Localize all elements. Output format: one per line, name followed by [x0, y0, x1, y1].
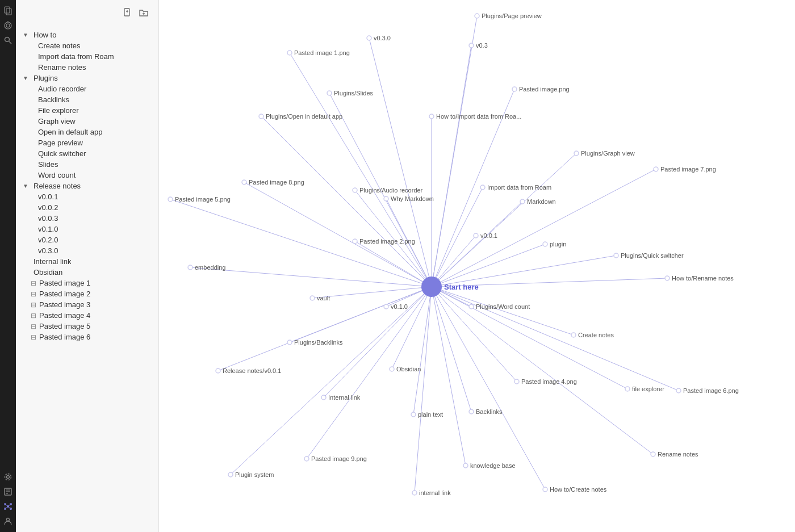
svg-point-91: [287, 340, 292, 345]
tree-item-create-notes[interactable]: Create notes: [18, 40, 156, 51]
svg-point-71: [543, 242, 547, 246]
tree-item-internal-link[interactable]: Internal link: [18, 256, 156, 267]
new-file-button[interactable]: [122, 7, 133, 18]
svg-point-2: [6, 24, 10, 27]
svg-line-52: [190, 267, 432, 287]
tree-item-pasted-image-4[interactable]: ⊟Pasted image 4: [18, 310, 156, 321]
svg-point-75: [625, 387, 630, 391]
tree-item-import-data[interactable]: Import data from Roam: [18, 51, 156, 62]
tree-item-plugins[interactable]: ▼Plugins: [18, 73, 156, 83]
svg-point-80: [390, 367, 394, 371]
svg-point-100: [469, 43, 474, 48]
svg-point-99: [367, 36, 371, 40]
svg-point-95: [168, 197, 173, 202]
network-icon[interactable]: [2, 500, 14, 513]
tree-toggle: ▼: [23, 75, 28, 81]
files-icon[interactable]: [2, 5, 14, 17]
tree-toggle: ▼: [23, 183, 28, 189]
vault-name: [16, 23, 158, 30]
svg-point-70: [520, 199, 525, 204]
settings-icon[interactable]: [2, 471, 14, 483]
svg-line-38: [324, 287, 432, 397]
tree-item-pasted-image-1[interactable]: ⊟Pasted image 1: [18, 278, 156, 288]
graph-icon[interactable]: [2, 19, 14, 32]
svg-line-44: [432, 287, 471, 412]
tree-item-graph-view[interactable]: Graph view: [18, 116, 156, 127]
tree-item-open-default-app[interactable]: Open in default app: [18, 127, 156, 137]
svg-point-96: [353, 188, 357, 192]
tree-item-pasted-image-2[interactable]: ⊟Pasted image 2: [18, 288, 156, 299]
svg-point-72: [571, 333, 576, 337]
tree-item-file-explorer[interactable]: File explorer: [18, 105, 156, 116]
tree-item-backlinks[interactable]: Backlinks: [18, 94, 156, 105]
image-icon: ⊟: [31, 301, 36, 309]
svg-point-22: [7, 518, 10, 521]
svg-line-63: [432, 169, 656, 287]
svg-point-3: [5, 22, 11, 29]
svg-point-101: [475, 14, 479, 18]
svg-line-58: [369, 38, 432, 287]
svg-line-65: [432, 287, 653, 454]
svg-point-76: [469, 304, 474, 309]
tree-item-word-count[interactable]: Word count: [18, 170, 156, 181]
svg-point-105: [676, 388, 681, 393]
tree-item-v010[interactable]: v0.1.0: [18, 224, 156, 234]
tree-item-v003[interactable]: v0.0.3: [18, 213, 156, 224]
svg-line-6: [9, 41, 11, 44]
svg-line-49: [231, 287, 432, 475]
tree-item-audio-recorder[interactable]: Audio recorder: [18, 83, 156, 94]
tree-item-pasted-image-6[interactable]: ⊟Pasted image 6: [18, 332, 156, 342]
svg-point-82: [310, 296, 315, 300]
image-icon: ⊟: [31, 279, 36, 287]
tree-item-slides[interactable]: Slides: [18, 159, 156, 170]
image-icon: ⊟: [31, 312, 36, 320]
person-icon[interactable]: [2, 515, 14, 527]
tree-toggle: ▼: [23, 32, 28, 38]
svg-line-33: [432, 278, 667, 287]
svg-point-5: [5, 37, 10, 42]
graph-view[interactable]: Import data from RoamMarkdownpluginCreat…: [159, 0, 795, 532]
svg-point-87: [463, 463, 468, 468]
svg-point-88: [412, 491, 417, 495]
svg-point-92: [216, 368, 220, 373]
svg-line-31: [432, 287, 574, 335]
sidebar-header: [16, 0, 158, 23]
svg-line-19: [8, 504, 11, 506]
svg-point-7: [7, 476, 10, 479]
svg-point-81: [411, 412, 416, 417]
svg-line-53: [244, 182, 432, 287]
tree-item-page-preview[interactable]: Page preview: [18, 137, 156, 148]
tree-item-v001[interactable]: v0.0.1: [18, 191, 156, 202]
tree-item-v020[interactable]: v0.2.0: [18, 234, 156, 245]
search-icon[interactable]: [2, 34, 14, 47]
image-icon: ⊟: [31, 290, 36, 298]
svg-point-77: [384, 196, 388, 201]
sidebar: ▼How toCreate notesImport data from Roam…: [16, 0, 159, 532]
tree-item-rename-notes[interactable]: Rename notes: [18, 62, 156, 73]
tree-item-v030[interactable]: v0.3.0: [18, 245, 156, 256]
svg-line-62: [432, 153, 576, 287]
tree-item-release-notes[interactable]: ▼Release notes: [18, 181, 156, 191]
tree-item-pasted-image-5[interactable]: ⊟Pasted image 5: [18, 321, 156, 332]
svg-line-18: [5, 504, 8, 506]
notes-icon[interactable]: [2, 485, 14, 498]
svg-point-94: [242, 180, 246, 185]
svg-point-85: [469, 409, 474, 414]
tree-item-pasted-image-3[interactable]: ⊟Pasted image 3: [18, 299, 156, 310]
svg-point-86: [514, 379, 519, 384]
svg-point-102: [512, 87, 517, 91]
tree-item-obsidian[interactable]: Obsidian: [18, 267, 156, 278]
svg-line-46: [432, 287, 466, 466]
svg-point-69: [480, 185, 485, 190]
svg-point-109: [429, 114, 434, 119]
new-folder-button[interactable]: [138, 7, 149, 18]
tree-item-quick-switcher[interactable]: Quick switcher: [18, 148, 156, 159]
svg-point-103: [574, 151, 579, 156]
svg-point-104: [654, 167, 658, 171]
svg-line-30: [432, 244, 545, 287]
tree-item-how-to[interactable]: ▼How to: [18, 30, 156, 40]
svg-line-67: [290, 53, 432, 287]
svg-point-89: [304, 456, 309, 461]
svg-point-108: [287, 51, 292, 55]
tree-item-v002[interactable]: v0.0.2: [18, 202, 156, 213]
